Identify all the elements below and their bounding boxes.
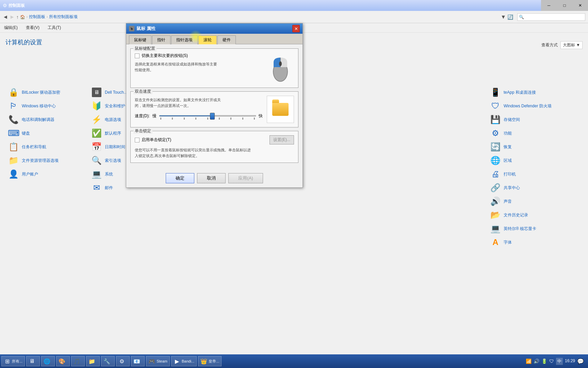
font-icon: A [490, 237, 501, 248]
item-storage[interactable]: 💾 存储空间 [487, 113, 583, 126]
item-share-center[interactable]: 🔗 共享中心 [487, 181, 583, 195]
item-intel-gpu[interactable]: 💻 英特尔® 核芯显卡 [487, 222, 583, 235]
item-windows-mobility[interactable]: 🏳 Windows 移动中心 [5, 99, 80, 113]
enable-click-lock-checkbox[interactable] [135, 138, 140, 142]
item-power-label: 电源选项 [105, 117, 121, 123]
chrome-icon: 🌐 [44, 358, 50, 365]
start-button[interactable]: ⊞ 所有... [1, 356, 25, 366]
nav-forward-button[interactable]: ► [10, 14, 15, 20]
item-phone-label: 电话和调制解调器 [22, 117, 54, 123]
view-mode-selector[interactable]: 大图标 ▼ [560, 41, 583, 49]
app1-icon: 🔧 [103, 358, 110, 365]
item-te-app[interactable]: 📱 teApp 和桌面连接 [487, 86, 583, 99]
breadcrumb-sep1: › [27, 15, 28, 19]
bitlocker-icon: 🔒 [8, 87, 19, 98]
item-keyboard[interactable]: ⌨ 键盘 [5, 126, 80, 140]
print-icon: 🖨 [490, 169, 501, 180]
toolbar-tools[interactable]: 工具(T) [46, 24, 62, 31]
minimize-button[interactable]: ─ [541, 0, 557, 11]
item-bitlocker[interactable]: 🔒 BitLocker 驱动器加密 [5, 86, 80, 99]
toolbar-view[interactable]: 查看(V) [24, 24, 41, 31]
taskbar-icon-lang[interactable]: 中 [556, 358, 563, 365]
taskbar-item-browser[interactable]: 🖥 [26, 356, 40, 366]
tab-pointer-options[interactable]: 指针选项 [171, 35, 198, 44]
left-column: 🔒 BitLocker 驱动器加密 🏳 Windows 移动中心 📞 电话和调制… [5, 86, 80, 181]
breadcrumb: 🏠 › 控制面板 › 所有控制面板项 [20, 14, 78, 20]
breadcrumb-home-icon[interactable]: 🏠 [20, 15, 25, 19]
button-config-label: 鼠标键配置 [133, 46, 157, 51]
browser-icon: 🖥 [29, 358, 35, 365]
item-recovery[interactable]: 🔄 恢复 [487, 140, 583, 154]
cancel-button[interactable]: 取消 [197, 173, 226, 183]
item-file-explorer[interactable]: 📁 文件资源管理器选项 [5, 154, 80, 167]
ok-button[interactable]: 确定 [166, 173, 194, 183]
window-close-button[interactable]: ✕ [572, 0, 588, 11]
taskbar-item-chrome[interactable]: 🌐 [41, 356, 55, 366]
nav-up-button[interactable]: ↑ [16, 14, 19, 20]
item-sound[interactable]: 🔊 声音 [487, 195, 583, 208]
item-share-center-label: 共享中心 [504, 185, 520, 191]
item-user-accounts[interactable]: 👤 用户账户 [5, 167, 80, 181]
taskbar-item-emperor[interactable]: 👑 皇帝... [198, 356, 222, 366]
breadcrumb-item1[interactable]: 控制面板 [29, 14, 45, 20]
folder-icon [272, 103, 289, 116]
item-font[interactable]: A 字体 [487, 235, 583, 249]
taskbar-item-bandi[interactable]: ▶ Bandi... [171, 356, 197, 366]
dialog-close-button[interactable]: ✕ [292, 25, 300, 32]
button-config-description: 选择此复选框来将右按钮设成如选择和拖放等主要性能使用。 [135, 61, 266, 73]
tab-pointer[interactable]: 指针 [152, 35, 170, 44]
item-dell-touch-label: Dell Touch… [105, 90, 128, 95]
clock[interactable]: 16:29 [565, 358, 575, 364]
button-config-content: 切换主要和次要的按钮(S) 选择此复选框来将右按钮设成如选择和拖放等主要性能使用… [135, 53, 266, 73]
switch-buttons-checkbox[interactable] [135, 53, 140, 58]
toolbar-edit[interactable]: 编辑(E) [3, 24, 19, 31]
taskbar-item-photoshop[interactable]: 🎨 [56, 356, 70, 366]
folder-preview-box [267, 96, 294, 123]
taskbar-item-folder[interactable]: 📁 [86, 356, 100, 366]
item-security-label: 安全和维护 [105, 103, 125, 109]
tab-hardware[interactable]: 硬件 [217, 35, 236, 44]
maximize-button[interactable]: □ [557, 0, 572, 11]
user-accounts-icon: 👤 [8, 169, 19, 180]
click-lock-label: 单击锁定 [133, 128, 152, 134]
tab-mouse-keys[interactable]: 鼠标键 [129, 35, 151, 44]
speed-label: 速度(D): [135, 113, 150, 119]
bandi-icon: ▶ [174, 358, 180, 365]
address-dropdown-icon[interactable]: ▼ [501, 14, 506, 20]
start-label: 所有... [12, 359, 22, 364]
item-print-label: 打印机 [504, 171, 516, 177]
page-title: 计算机的设置 [5, 38, 42, 46]
double-click-description: 双击文件夹以检测您的设置。如果文件夹没打开或关闭，请用慢一点的设置再试一次。 [135, 97, 263, 108]
item-phone[interactable]: 📞 电话和调制解调器 [5, 113, 80, 126]
refresh-button[interactable]: 🔄 [507, 14, 513, 20]
taskbar-item-app1[interactable]: 🔧 [101, 356, 115, 366]
switch-buttons-label: 切换主要和次要的按钮(S) [142, 53, 188, 59]
breadcrumb-item2[interactable]: 所有控制面板项 [49, 14, 78, 20]
app2-icon: ⚙ [118, 358, 125, 365]
item-file-history[interactable]: 📂 文件历史记录 [487, 208, 583, 222]
item-print[interactable]: 🖨 打印机 [487, 167, 583, 181]
taskbar-icon: 📋 [8, 141, 19, 152]
item-defender[interactable]: 🛡 Windows Defender 防火墙 [487, 99, 583, 113]
taskbar-item-media[interactable]: 🎵 [71, 356, 85, 366]
item-system-label: 系统 [105, 171, 113, 177]
apply-button[interactable]: 应用(A) [228, 173, 263, 183]
dell-touch-icon: 🖥 [91, 87, 102, 98]
nav-back-button[interactable]: ◄ [3, 14, 8, 20]
item-function-label: 功能 [504, 131, 512, 136]
storage-icon: 💾 [490, 114, 501, 125]
taskbar-item-steam[interactable]: 🎮 Steam [146, 356, 170, 366]
taskbar-item-app2[interactable]: ⚙ [116, 356, 130, 366]
click-lock-settings-button[interactable]: 设置(E)... [270, 135, 294, 144]
item-function[interactable]: ⚙ 功能 [487, 126, 583, 140]
item-region[interactable]: 🌐 区域 [487, 154, 583, 167]
speed-slider[interactable] [159, 112, 256, 119]
emperor-icon: 👑 [200, 358, 207, 365]
folder-taskbar-icon: 📁 [88, 358, 95, 365]
item-taskbar[interactable]: 📋 任务栏和导航 [5, 140, 80, 154]
taskbar-item-app3[interactable]: 📧 [131, 356, 145, 366]
taskbar-icon-notification[interactable]: 💬 [577, 358, 584, 365]
speed-slider-row: 速度(D): 慢 [135, 112, 263, 119]
tab-scroll-wheel[interactable]: 滚轮 [198, 35, 217, 44]
address-bar: ◄ ► ↑ 🏠 › 控制面板 › 所有控制面板项 ▼ 🔄 🔍 [0, 11, 588, 23]
